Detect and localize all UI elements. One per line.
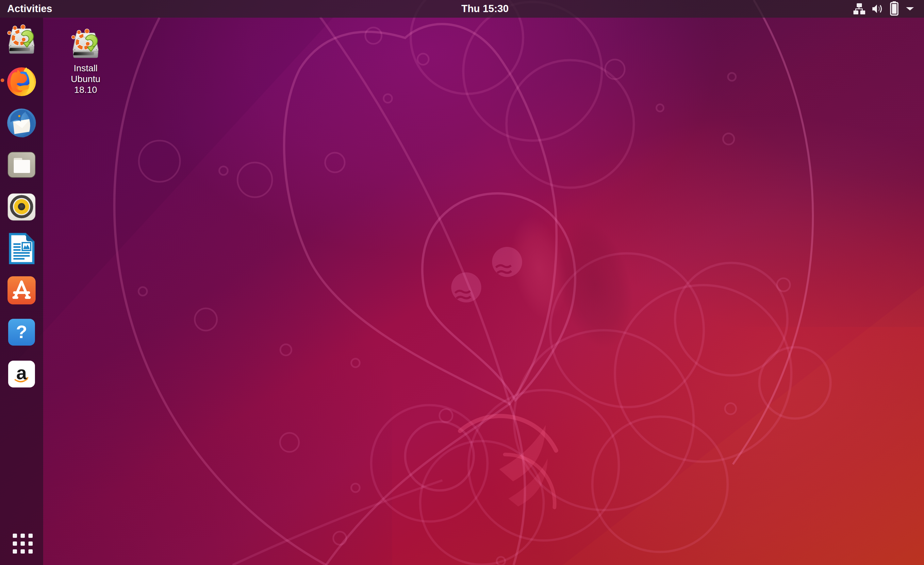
svg-text:?: ?	[16, 322, 27, 342]
